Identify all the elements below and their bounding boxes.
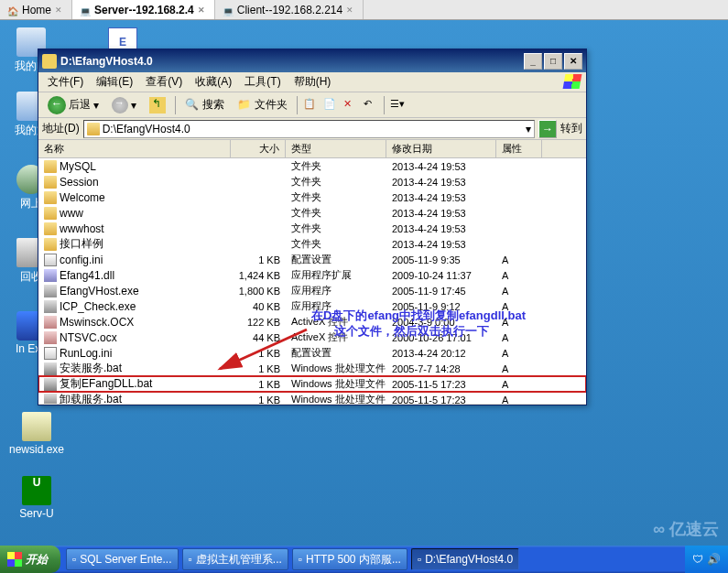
forward-icon <box>112 97 128 114</box>
file-type: 文件夹 <box>286 206 386 220</box>
file-row[interactable]: RunLog.ini 1 KB 配置设置 2013-4-24 20:12 A <box>38 345 586 361</box>
file-date: 2013-4-24 19:53 <box>386 177 496 188</box>
watermark: 亿速云 <box>653 518 719 540</box>
file-name: Efang41.dll <box>60 269 114 282</box>
system-tray[interactable]: 🛡 🔊 <box>685 546 728 573</box>
file-name: 复制EFangDLL.bat <box>60 376 152 392</box>
file-attr: A <box>496 254 542 265</box>
up-button[interactable] <box>146 95 169 115</box>
undo-icon[interactable]: ↶ <box>364 98 378 113</box>
file-row[interactable]: EfangVHost.exe 1,800 KB 应用程序 2005-11-9 1… <box>38 283 586 298</box>
file-name: Mswinsck.OCX <box>60 316 134 329</box>
file-row[interactable]: Welcome 文件夹 2013-4-24 19:53 <box>38 189 586 205</box>
file-type: 文件夹 <box>286 237 386 251</box>
file-name: RunLog.ini <box>60 347 112 360</box>
file-name: ICP_Check.exe <box>60 300 136 313</box>
window-title: D:\EfangVHost4.0 <box>60 55 524 68</box>
file-attr: A <box>496 270 542 281</box>
col-date[interactable]: 修改日期 <box>386 140 496 157</box>
home-icon <box>7 5 18 16</box>
file-row[interactable]: ICP_Check.exe 40 KB 应用程序 2005-11-9 9:12 … <box>38 298 586 314</box>
delete-icon[interactable]: ✕ <box>343 98 358 113</box>
views-icon[interactable]: ☰▾ <box>390 98 405 113</box>
taskbar-item[interactable]: ▫HTTP 500 内部服... <box>292 548 407 570</box>
folder-icon <box>42 54 57 69</box>
address-input[interactable] <box>103 123 523 135</box>
file-row[interactable]: NTSVC.ocx 44 KB ActiveX 控件 2000-10-26 17… <box>38 330 586 345</box>
file-row[interactable]: 复制EFangDLL.bat 1 KB Windows 批处理文件 2005-1… <box>38 376 586 392</box>
file-attr: A <box>496 348 542 359</box>
file-row[interactable]: config.ini 1 KB 配置设置 2005-11-9 9:35 A <box>38 252 586 267</box>
file-row[interactable]: 接口样例 文件夹 2013-4-24 19:53 <box>38 236 586 252</box>
taskbar-item[interactable]: ▫SQL Server Ente... <box>66 548 179 570</box>
search-button[interactable]: 搜索 <box>181 95 228 114</box>
menu-help[interactable]: 帮助(H) <box>288 72 337 92</box>
file-size: 1,424 KB <box>231 270 286 281</box>
file-attr: A <box>496 317 542 328</box>
file-row[interactable]: 卸载服务.bat 1 KB Windows 批处理文件 2005-11-5 17… <box>38 392 586 404</box>
file-row[interactable]: www 文件夹 2013-4-24 19:53 <box>38 205 586 221</box>
file-icon <box>44 269 57 282</box>
menu-favorites[interactable]: 收藏(A) <box>190 72 237 92</box>
file-date: 2005-11-9 9:35 <box>386 254 496 265</box>
menu-edit[interactable]: 编辑(E) <box>91 72 138 92</box>
back-button[interactable]: 后退 ▾ <box>44 94 103 116</box>
file-row[interactable]: Efang41.dll 1,424 KB 应用程序扩展 2009-10-24 1… <box>38 267 586 283</box>
task-icon: ▫ <box>299 553 302 566</box>
col-size[interactable]: 大小 <box>231 140 286 157</box>
file-attr: A <box>496 395 542 405</box>
col-name[interactable]: 名称 <box>38 140 231 157</box>
start-button[interactable]: 开始 <box>0 546 60 573</box>
file-attr: A <box>496 332 542 343</box>
file-row[interactable]: wwwhost 文件夹 2013-4-24 19:53 <box>38 221 586 236</box>
file-attr: A <box>496 301 542 312</box>
file-date: 2009-10-24 11:37 <box>386 270 496 281</box>
maximize-button[interactable]: □ <box>544 53 562 70</box>
go-button[interactable]: → <box>538 120 557 138</box>
menu-file[interactable]: 文件(F) <box>42 72 89 92</box>
desktop-newsid[interactable]: newsid.exe <box>9 412 64 456</box>
dropdown-icon[interactable]: ▾ <box>526 123 531 135</box>
taskbar-item[interactable]: ▫D:\EfangVHost4.0 <box>411 548 519 570</box>
tab-close-icon[interactable]: ✕ <box>346 5 355 15</box>
file-date: 2005-11-9 9:12 <box>386 301 496 312</box>
file-date: 2013-4-24 20:12 <box>386 348 496 359</box>
file-icon <box>44 254 57 266</box>
browser-tab[interactable]: Client--192.168.2.214✕ <box>215 0 364 19</box>
forward-button[interactable]: ▾ <box>108 95 140 115</box>
file-name: Welcome <box>60 191 105 204</box>
menu-view[interactable]: 查看(V) <box>140 72 188 92</box>
task-icon: ▫ <box>418 553 421 566</box>
file-date: 2013-4-24 19:53 <box>386 223 496 234</box>
tab-close-icon[interactable]: ✕ <box>55 5 64 15</box>
file-icon <box>44 378 57 391</box>
browser-tab[interactable]: Server--192.168.2.4✕ <box>72 0 215 19</box>
col-type[interactable]: 类型 <box>286 140 386 157</box>
move-to-icon[interactable]: 📋 <box>303 98 318 113</box>
file-date: 2013-4-24 19:53 <box>386 239 496 250</box>
browser-tab[interactable]: Home✕ <box>0 0 72 19</box>
tab-label: Client--192.168.2.214 <box>237 4 342 16</box>
file-date: 2013-4-24 19:53 <box>386 161 496 172</box>
file-type: 配置设置 <box>286 253 386 266</box>
folders-button[interactable]: 文件夹 <box>234 95 291 114</box>
addressbar: 地址(D) ▾ → 转到 <box>38 118 586 140</box>
menu-tools[interactable]: 工具(T) <box>239 72 286 92</box>
file-row[interactable]: Session 文件夹 2013-4-24 19:53 <box>38 174 586 189</box>
file-row[interactable]: 安装服务.bat 1 KB Windows 批处理文件 2005-7-7 14:… <box>38 361 586 376</box>
tray-icon[interactable]: 🛡 <box>692 553 703 566</box>
file-date: 2005-11-5 17:23 <box>386 379 496 390</box>
col-attr[interactable]: 属性 <box>496 140 542 157</box>
desktop-servu[interactable]: UServ-U <box>9 476 64 520</box>
copy-to-icon[interactable]: 📄 <box>323 98 338 113</box>
titlebar[interactable]: D:\EfangVHost4.0 _ □ ✕ <box>38 49 586 72</box>
file-row[interactable]: Mswinsck.OCX 122 KB ActiveX 控件 2004-3-9 … <box>38 314 586 330</box>
file-row[interactable]: MySQL 文件夹 2013-4-24 19:53 <box>38 158 586 174</box>
tab-close-icon[interactable]: ✕ <box>198 5 207 15</box>
tray-icon[interactable]: 🔊 <box>707 553 721 566</box>
toolbar: 后退 ▾ ▾ 搜索 文件夹 📋 📄 ✕ ↶ ☰▾ <box>38 92 586 118</box>
taskbar-item[interactable]: ▫虚拟主机管理系... <box>182 548 288 570</box>
close-button[interactable]: ✕ <box>564 53 582 70</box>
windows-logo-icon <box>564 74 582 91</box>
minimize-button[interactable]: _ <box>524 53 542 70</box>
